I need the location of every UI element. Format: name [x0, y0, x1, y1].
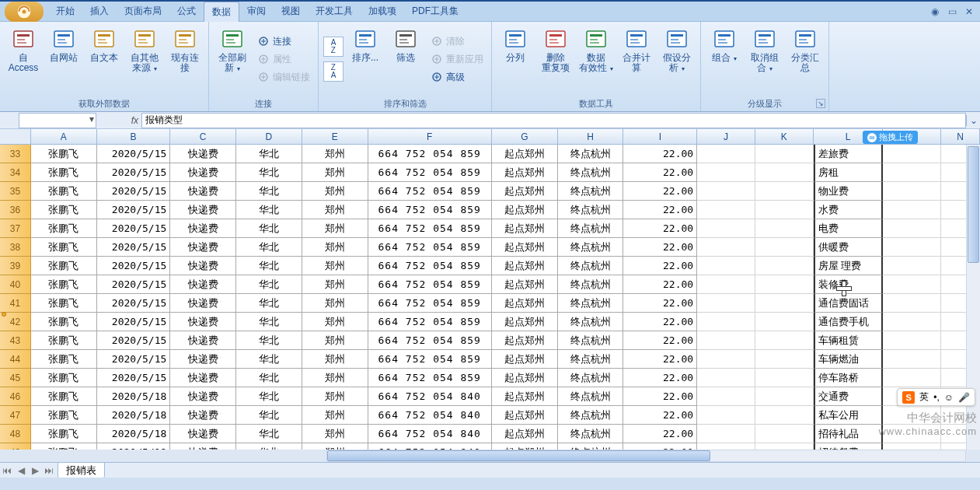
col-header-F[interactable]: F [368, 129, 492, 144]
table-row[interactable]: 40张鹏飞2020/5/15快递费华北郑州664 752 054 859起点郑州… [0, 275, 980, 294]
dialog-launcher-icon[interactable]: ↘ [816, 99, 825, 108]
table-row[interactable]: 36张鹏飞2020/5/15快递费华北郑州664 752 054 859起点郑州… [0, 201, 980, 219]
cell-F[interactable]: 664 752 054 859 [368, 145, 492, 163]
cell-L[interactable]: 车辆燃油 [814, 350, 884, 369]
ribbon-btn-t2c[interactable]: 分列 [497, 25, 534, 65]
ribbon-btn-consol[interactable]: 合并计算 [618, 25, 655, 75]
cell-B[interactable]: 2020/5/15 [97, 331, 171, 350]
cell-D[interactable]: 华北 [236, 145, 302, 163]
cell-H[interactable]: 终点杭州 [558, 275, 624, 294]
cell-H[interactable]: 终点杭州 [558, 219, 624, 238]
tab-6[interactable]: 视图 [274, 2, 308, 22]
cell-M[interactable] [883, 331, 941, 350]
cell-G[interactable]: 起点郑州 [492, 331, 558, 350]
cell-J[interactable] [697, 294, 755, 313]
cell-F[interactable]: 664 752 054 859 [368, 238, 492, 257]
col-header-I[interactable]: I [623, 129, 697, 144]
cell-K[interactable] [755, 238, 814, 257]
cell-B[interactable]: 2020/5/15 [97, 313, 171, 331]
cell-G[interactable]: 起点郑州 [492, 350, 558, 369]
cell-E[interactable]: 郑州 [302, 387, 368, 406]
cell-A[interactable]: 张鹏飞 [31, 387, 97, 406]
grid-rows[interactable]: 33张鹏飞2020/5/15快递费华北郑州664 752 054 859起点郑州… [0, 145, 980, 462]
cell-D[interactable]: 华北 [236, 275, 302, 294]
cell-H[interactable]: 终点杭州 [558, 238, 624, 257]
tab-2[interactable]: 页面布局 [117, 2, 169, 22]
cell-J[interactable] [697, 182, 755, 201]
cell-D[interactable]: 华北 [236, 313, 302, 331]
cell-J[interactable] [697, 201, 755, 219]
cell-C[interactable]: 快递费 [170, 201, 236, 219]
ime-mic-icon[interactable]: 🎤 [958, 392, 970, 403]
cell-J[interactable] [697, 425, 755, 443]
cell-C[interactable]: 快递费 [170, 238, 236, 257]
cell-G[interactable]: 起点郑州 [492, 425, 558, 443]
cell-H[interactable]: 终点杭州 [558, 425, 624, 443]
cell-C[interactable]: 快递费 [170, 425, 236, 443]
ribbon-btn-whatif[interactable]: 假设分析 ▾ [658, 25, 696, 75]
cell-A[interactable]: 张鹏飞 [31, 163, 97, 182]
cell-E[interactable]: 郑州 [302, 294, 368, 313]
cell-M[interactable] [883, 145, 941, 163]
hscroll-track[interactable] [326, 450, 966, 462]
cell-D[interactable]: 华北 [236, 350, 302, 369]
cell-K[interactable] [755, 163, 814, 182]
close-icon[interactable]: ✕ [963, 6, 975, 17]
cell-M[interactable] [883, 182, 941, 201]
sort-desc-button[interactable]: ZA [323, 61, 344, 82]
table-row[interactable]: 47张鹏飞2020/5/18快递费华北郑州664 752 054 840起点郑州… [0, 406, 980, 425]
cell-M[interactable] [883, 369, 941, 387]
cell-K[interactable] [755, 369, 814, 387]
cell-J[interactable] [697, 406, 755, 425]
ribbon-btn-text[interactable]: 自文本 [85, 25, 123, 65]
col-header-B[interactable]: B [97, 129, 171, 144]
cell-F[interactable]: 664 752 054 840 [368, 387, 492, 406]
cell-H[interactable]: 终点杭州 [558, 350, 624, 369]
cell-G[interactable]: 起点郑州 [492, 201, 558, 219]
cell-H[interactable]: 终点杭州 [558, 313, 624, 331]
cell-H[interactable]: 终点杭州 [558, 257, 624, 275]
cell-K[interactable] [755, 145, 814, 163]
row-header[interactable]: 40 [0, 275, 31, 294]
spreadsheet-grid[interactable]: ABCDEFGHIJKLMN 33张鹏飞2020/5/15快递费华北郑州664 … [0, 129, 980, 478]
cell-I[interactable]: 22.00 [623, 369, 697, 387]
cell-M[interactable] [883, 425, 941, 443]
cell-B[interactable]: 2020/5/18 [97, 425, 171, 443]
cell-H[interactable]: 终点杭州 [558, 406, 624, 425]
cell-F[interactable]: 664 752 054 859 [368, 182, 492, 201]
cell-C[interactable]: 快递费 [170, 275, 236, 294]
sheet-nav-first[interactable]: ⏮ [0, 465, 14, 476]
cell-A[interactable]: 张鹏飞 [31, 294, 97, 313]
ribbon-btn-group[interactable]: 组合 ▾ [706, 25, 743, 65]
cell-J[interactable] [697, 369, 755, 387]
ribbon-btn-valid[interactable]: 数据有效性 ▾ [577, 25, 615, 75]
cell-G[interactable]: 起点郑州 [492, 369, 558, 387]
ribbon-btn-access[interactable]: 自 Access [5, 25, 42, 75]
cell-D[interactable]: 华北 [236, 238, 302, 257]
cell-K[interactable] [755, 331, 814, 350]
cell-G[interactable]: 起点郑州 [492, 145, 558, 163]
cell-I[interactable]: 22.00 [623, 238, 697, 257]
sheet-tab[interactable]: 报销表 [58, 462, 105, 478]
cell-B[interactable]: 2020/5/15 [97, 182, 171, 201]
col-header-G[interactable]: G [492, 129, 558, 144]
cell-K[interactable] [755, 350, 814, 369]
cell-E[interactable]: 郑州 [302, 406, 368, 425]
table-row[interactable]: 35张鹏飞2020/5/15快递费华北郑州664 752 054 859起点郑州… [0, 182, 980, 201]
tab-5[interactable]: 审阅 [239, 2, 274, 22]
office-button[interactable] [5, 2, 44, 22]
cell-M[interactable] [883, 350, 941, 369]
table-row[interactable]: 44张鹏飞2020/5/15快递费华北郑州664 752 054 859起点郑州… [0, 350, 980, 369]
cell-B[interactable]: 2020/5/18 [97, 406, 171, 425]
cell-D[interactable]: 华北 [236, 257, 302, 275]
cell-D[interactable]: 华北 [236, 201, 302, 219]
help-icon[interactable]: ◉ [929, 6, 941, 17]
cell-G[interactable]: 起点郑州 [492, 275, 558, 294]
ribbon-btn-subtotal[interactable]: 分类汇总 [786, 25, 824, 75]
cell-H[interactable]: 终点杭州 [558, 145, 624, 163]
cell-L[interactable]: 招待礼品 [814, 425, 884, 443]
ribbon-btn-ungroup[interactable]: 取消组合 ▾ [746, 25, 783, 75]
cell-J[interactable] [697, 257, 755, 275]
ribbon-btn-conn[interactable]: 现有连接 [166, 25, 204, 75]
cell-H[interactable]: 终点杭州 [558, 201, 624, 219]
